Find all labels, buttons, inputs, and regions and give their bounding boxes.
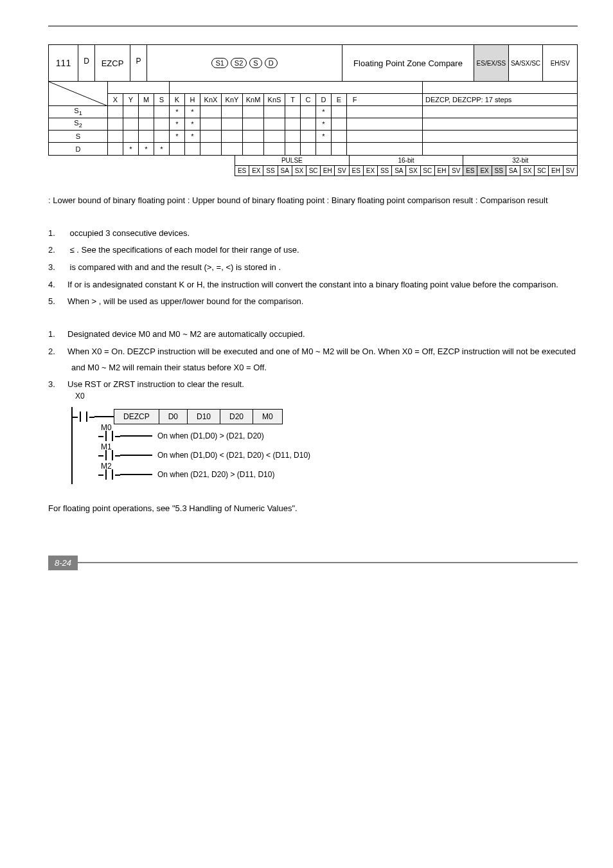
dev-bit-header <box>108 82 170 93</box>
explanation-item: 5.When > , will be used as upper/lower b… <box>48 294 578 310</box>
dev-steps-header <box>423 82 577 94</box>
dev-word-header <box>170 82 422 93</box>
api-operands-cell: S1 S2 S D <box>147 45 342 81</box>
operand-pill: S <box>249 58 262 68</box>
example-section: 1.Designated device M0 and M0 ~ M2 are a… <box>48 327 578 484</box>
ladder-instruction: DEZCP D0 D10 D20 M0 <box>114 409 283 424</box>
api-header-table: 111 D EZCP P S1 S2 S D Floating Point Zo… <box>48 44 578 156</box>
example-item: 2.When X0 = On. DEZCP instruction will b… <box>48 344 578 375</box>
ladder-contact <box>98 450 120 460</box>
dev-col: KnS <box>264 94 285 105</box>
dev-col: X <box>108 94 123 105</box>
page-footer: 8-24 <box>48 556 578 570</box>
dev-col: H <box>185 94 200 105</box>
example-item: 3.Use RST or ZRST instruction to clear t… <box>48 377 578 393</box>
dev-op-label: D <box>49 143 107 155</box>
ladder-x0-label: X0 <box>75 392 85 401</box>
mode-group: 16-bit <box>350 156 464 166</box>
dev-col: Y <box>123 94 139 105</box>
api-mnemonic: EZCP <box>95 45 130 81</box>
dev-col: M <box>139 94 154 105</box>
ctrl-cell: EH/SV <box>543 45 577 81</box>
dev-col: E <box>332 94 347 105</box>
dev-col: KnX <box>200 94 222 105</box>
dev-col: T <box>285 94 301 105</box>
ctrl-cell: ES/EX/SS <box>474 45 509 81</box>
dev-col: K <box>170 94 185 105</box>
top-rule <box>48 26 578 26</box>
remarks-section: For floating point operations, see "5.3 … <box>48 501 578 517</box>
dev-op-label: S2 <box>49 118 107 131</box>
explanation-item: 1. occupied 3 consecutive devices. <box>48 226 578 242</box>
explanation-item: 4.If or is andesignated constant K or H,… <box>48 277 578 293</box>
example-item: 1.Designated device M0 and M0 ~ M2 are a… <box>48 327 578 343</box>
mode-group: 32-bit <box>463 156 577 166</box>
api-d-flag: D <box>78 45 95 81</box>
remarks-text: For floating point operations, see "5.3 … <box>48 501 578 517</box>
operands-line: : Lower bound of binary floating point :… <box>48 193 578 209</box>
dev-left-col: S1 S2 S D <box>49 82 108 155</box>
ladder-annotation: On when (D1,D0) < (D21, D20) < (D11, D10… <box>157 451 310 460</box>
ladder-diagram: X0 DEZCP D0 D10 D20 M0 M0 <box>71 398 578 484</box>
api-controllers: ES/EX/SS SA/SX/SC EH/SV <box>474 45 577 81</box>
mode-group: PULSE <box>235 156 350 166</box>
dev-col: S <box>154 94 170 105</box>
ctrl-cell: SA/SX/SC <box>509 45 544 81</box>
operands-section: : Lower bound of binary floating point :… <box>48 193 578 209</box>
dev-col: F <box>347 94 362 105</box>
ladder-contact <box>98 469 120 480</box>
dev-steps-text: DEZCP, DEZCPP: 17 steps <box>423 94 577 106</box>
dev-col: KnY <box>222 94 243 105</box>
explanation-item: 3. is compared with and and the result (… <box>48 260 578 276</box>
modes-table: PULSE 16-bit 32-bit ESEXSSSASXSCEHSV ESE… <box>235 156 578 176</box>
operand-pill: S2 <box>231 58 247 68</box>
page-number: 8-24 <box>48 556 78 570</box>
api-function-text: Floating Point Zone Compare <box>342 45 474 81</box>
api-number: 111 <box>49 45 78 81</box>
dev-op-label: S <box>49 131 107 143</box>
dev-op-label: S1 <box>49 106 107 118</box>
svg-line-0 <box>49 82 108 106</box>
explanations-section: 1. occupied 3 consecutive devices. 2. ≤ … <box>48 226 578 310</box>
operand-pill: D <box>265 58 278 68</box>
api-p-flag: P <box>130 45 147 81</box>
ladder-contact <box>73 411 94 422</box>
ladder-annotation: On when (D1,D0) > (D21, D20) <box>157 431 264 440</box>
ladder-contact <box>98 431 120 441</box>
dev-col: C <box>301 94 316 105</box>
explanation-item: 2. ≤ . See the specifications of each mo… <box>48 242 578 258</box>
dev-col: D <box>316 94 332 105</box>
dev-col: KnM <box>243 94 264 105</box>
ladder-annotation: On when (D21, D20) > (D11, D10) <box>157 470 274 479</box>
operand-pill: S1 <box>211 58 227 68</box>
